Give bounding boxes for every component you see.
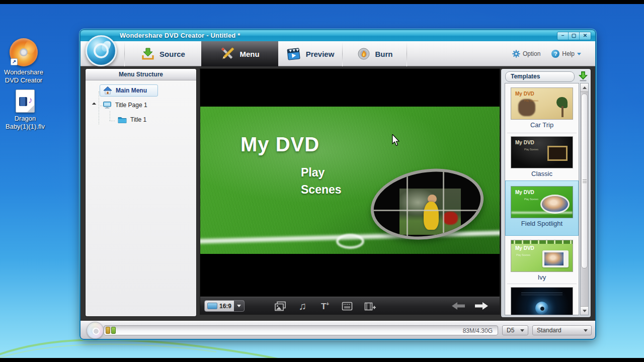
template-name: Ivy [505, 274, 579, 281]
menu-structure-header: Menu Structure [86, 69, 196, 80]
help-label: Help [562, 50, 575, 57]
video-file-icon: ♪ [16, 89, 35, 113]
template-thumbnail: My DVD Play Scenes [511, 137, 573, 168]
app-window: Wondershare DVD Creator - Untitled * – ▢… [80, 30, 595, 339]
tab-label: Preview [306, 50, 335, 58]
templates-header-dropdown[interactable]: Templates [505, 71, 575, 82]
disc-type-dropdown[interactable]: D5 [502, 325, 528, 335]
thumb-subtitle: Play Scenes [524, 198, 538, 201]
template-thumbnail: My DVD Play Scenes [511, 88, 573, 119]
tree-connector [110, 111, 110, 121]
desktop-icon-label: Wondershare [0, 68, 51, 76]
tree-item-title-1[interactable]: Title 1 [115, 114, 165, 126]
main-content: Menu Structure Main Menu [80, 66, 595, 321]
tab-source[interactable]: Source [125, 41, 201, 66]
help-dropdown-caret-icon [577, 53, 581, 55]
template-item-unnamed[interactable] [505, 288, 579, 315]
background-image-icon[interactable] [274, 300, 287, 312]
scroll-up-button[interactable] [581, 83, 588, 92]
desktop-icon-wondershare[interactable]: ↗ Wondershare DVD Creator [0, 38, 51, 84]
scroll-down-button[interactable] [581, 306, 588, 315]
play-menu-button[interactable]: Play [301, 166, 325, 179]
next-menu-arrow-icon[interactable] [475, 302, 488, 312]
template-thumbnail: My DVD Play Scenes [511, 240, 573, 272]
templates-scrollbar[interactable] [580, 83, 589, 315]
frame-seam [366, 210, 489, 211]
close-button[interactable]: ✕ [580, 32, 591, 40]
template-item-car-trip[interactable]: My DVD Play Scenes Car Trip [505, 88, 579, 129]
tab-label: Source [159, 50, 185, 58]
main-toolbar: Source Menu [80, 41, 595, 66]
tab-preview[interactable]: Preview [278, 41, 342, 66]
maximize-button[interactable]: ▢ [569, 32, 580, 40]
template-name: Field Spotlight [505, 220, 579, 227]
tab-burn[interactable]: Burn [343, 41, 407, 66]
window-controls: – ▢ ✕ [557, 32, 591, 40]
tree-item-main-menu[interactable]: Main Menu [100, 84, 158, 97]
capacity-segment-menu [106, 327, 110, 334]
home-icon [103, 86, 112, 95]
shortcut-arrow-icon: ↗ [11, 58, 18, 65]
template-name: Classic [505, 170, 579, 177]
dvd-menu-title[interactable]: My DVD [240, 133, 319, 156]
thumb-subtitle: Play Scenes [524, 148, 538, 151]
window-title: Wondershare DVD Creator - Untitled * [120, 32, 240, 39]
title-bar[interactable]: Wondershare DVD Creator - Untitled * – ▢… [80, 30, 595, 41]
desktop-icon-label: Baby(1)(1).flv [0, 123, 53, 131]
toolbar-separator [407, 41, 407, 66]
previous-menu-arrow-icon[interactable] [452, 302, 465, 312]
option-button[interactable]: Option [512, 50, 540, 58]
frame-seam [407, 161, 408, 247]
scrollbar-thumb[interactable] [581, 94, 588, 268]
burn-disc-icon [357, 47, 371, 61]
list-separator [507, 133, 577, 133]
scenes-menu-button[interactable]: Scenes [301, 183, 342, 197]
dvd-menu-preview: My DVD Play Scenes [200, 69, 500, 314]
source-download-icon [141, 47, 155, 60]
status-bar: 83M/4.30G D5 Standard [80, 321, 595, 339]
tree-expander-icon[interactable] [92, 103, 96, 107]
help-question-icon: ? [551, 50, 559, 58]
preview-toolbar: 16:9 ♫ T+ [200, 297, 500, 314]
desktop-icon-label: Dragon [0, 115, 53, 123]
tree-item-label: Title Page 1 [115, 102, 147, 109]
thumb-title: My DVD [515, 245, 534, 251]
menu-canvas[interactable]: My DVD Play Scenes [200, 69, 500, 297]
aspect-dropdown-button[interactable] [234, 301, 244, 311]
tab-label: Menu [239, 50, 259, 58]
tree-connector [99, 92, 99, 125]
minimize-button[interactable]: – [557, 32, 569, 40]
aspect-ratio-value: 16:9 [219, 303, 231, 310]
thumb-subtitle: Play Scenes [516, 253, 530, 256]
toolbar-right-group: Option ? Help [512, 41, 595, 66]
screenshot-stage: ↗ Wondershare DVD Creator ♪ Dragon Baby(… [0, 0, 644, 362]
frame-seam [443, 161, 444, 247]
video-thumbnail-baby [399, 189, 461, 235]
tree-connector [110, 121, 115, 121]
tree-item-title-page-1[interactable]: Title Page 1 [100, 99, 165, 111]
aspect-monitor-icon [207, 303, 217, 309]
frame-icon[interactable] [341, 300, 354, 312]
help-button[interactable]: ? Help [551, 50, 581, 58]
tree-item-label: Main Menu [116, 87, 147, 94]
desktop-icon-dragon-baby[interactable]: ♪ Dragon Baby(1)(1).flv [0, 89, 53, 131]
add-chapter-icon[interactable] [363, 300, 376, 312]
add-text-icon[interactable]: T+ [318, 300, 332, 312]
download-templates-icon[interactable] [578, 71, 589, 82]
menu-pencil-icon [220, 47, 235, 61]
thumb-subtitle: Play Scenes [524, 99, 538, 102]
template-item-field-spotlight[interactable]: My DVD Play Scenes Field Spotlight [505, 180, 579, 236]
dropdown-caret-icon [584, 329, 591, 332]
background-music-icon[interactable]: ♫ [296, 300, 309, 312]
quality-dropdown[interactable]: Standard [532, 325, 592, 335]
preview-clapperboard-icon [286, 47, 301, 61]
dropdown-caret-icon [520, 329, 528, 332]
template-item-ivy[interactable]: My DVD Play Scenes Ivy [505, 240, 579, 281]
tree-item-label: Title 1 [130, 116, 146, 123]
letterbox-bottom [0, 358, 644, 362]
template-item-classic[interactable]: My DVD Play Scenes Classic [505, 137, 579, 177]
gear-icon [512, 50, 520, 58]
aspect-ratio-selector[interactable]: 16:9 [204, 300, 245, 312]
thumb-title: My DVD [515, 190, 534, 195]
tab-menu[interactable]: Menu [201, 41, 278, 66]
